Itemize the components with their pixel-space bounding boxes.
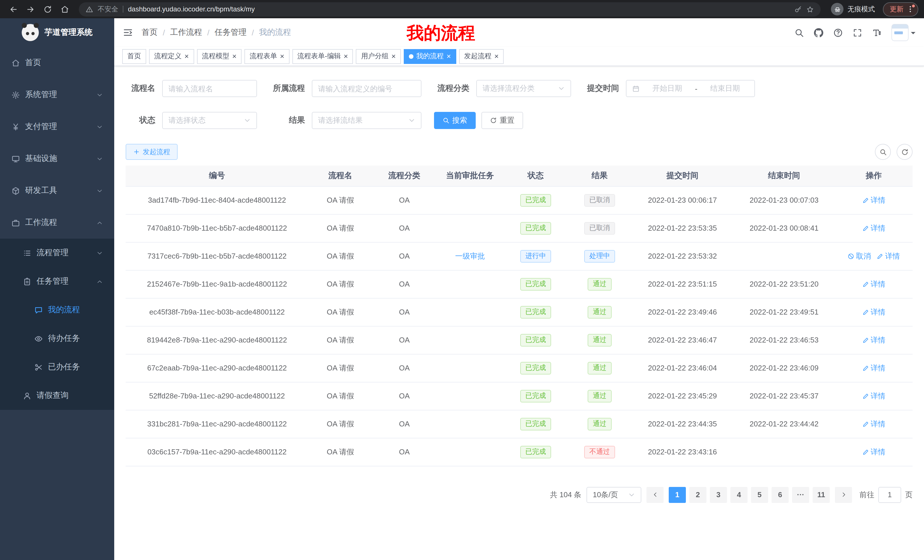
result-select[interactable]: 请选择流结果 xyxy=(312,112,422,129)
status-select[interactable]: 请选择状态 xyxy=(162,112,257,129)
table-row: 2152467e-7b9b-11ec-9a1b-acde48001122 OA … xyxy=(126,270,913,298)
page-button-11[interactable]: 11 xyxy=(813,487,830,503)
sidebar-item-0[interactable]: 首页 xyxy=(0,47,114,79)
detail-button[interactable]: 详情 xyxy=(862,223,885,233)
detail-button[interactable]: 详情 xyxy=(862,363,885,373)
breadcrumb-task-management[interactable]: 任务管理 xyxy=(215,27,247,38)
gear-icon xyxy=(11,90,20,99)
cell-process-name: OA 请假 xyxy=(308,354,372,382)
page-button-5[interactable]: 5 xyxy=(751,487,768,503)
browser-refresh-button[interactable] xyxy=(40,2,55,16)
create-process-button[interactable]: 发起流程 xyxy=(126,144,178,160)
browser-home-button[interactable] xyxy=(57,2,72,16)
next-page-button[interactable] xyxy=(835,487,852,503)
detail-button[interactable]: 详情 xyxy=(862,279,885,289)
page-size-select[interactable]: 10条/页 xyxy=(586,487,641,503)
search-button[interactable]: 搜索 xyxy=(434,112,476,129)
tab-item-5[interactable]: 用户分组 × xyxy=(356,49,401,64)
app-logo[interactable]: 芋道管理系统 xyxy=(0,18,114,47)
sidebar-item-3[interactable]: 基础设施 xyxy=(0,143,114,175)
incognito-badge[interactable]: 无痕模式 xyxy=(831,3,875,15)
sidebar-item-6[interactable]: 流程管理 xyxy=(0,239,114,267)
page-ellipsis[interactable]: ··· xyxy=(792,487,809,503)
filter-status: 状态 请选择状态 xyxy=(126,112,257,129)
tab-item-1[interactable]: 流程定义 × xyxy=(149,49,194,64)
close-icon[interactable]: × xyxy=(447,52,451,60)
current-task-link[interactable]: 一级审批 xyxy=(455,251,485,261)
close-icon[interactable]: × xyxy=(344,52,348,60)
close-icon[interactable]: × xyxy=(392,52,396,60)
close-icon[interactable]: × xyxy=(184,52,189,60)
page-button-2[interactable]: 2 xyxy=(689,487,706,503)
close-icon[interactable]: × xyxy=(232,52,236,60)
reset-button[interactable]: 重置 xyxy=(482,112,523,129)
detail-button[interactable]: 详情 xyxy=(862,447,885,457)
detail-button[interactable]: 详情 xyxy=(862,307,885,317)
tab-label: 发起流程 xyxy=(464,51,491,61)
sidebar-item-10[interactable]: 已办任务 xyxy=(0,353,114,381)
category-select[interactable]: 请选择流程分类 xyxy=(476,80,571,97)
breadcrumb-home[interactable]: 首页 xyxy=(142,27,158,38)
process-def-input[interactable] xyxy=(318,84,415,93)
detail-button[interactable]: 详情 xyxy=(862,419,885,429)
chevron-down-icon xyxy=(96,250,103,256)
tab-item-6[interactable]: 我的流程 × xyxy=(404,49,456,64)
tab-item-0[interactable]: 首页 xyxy=(122,49,146,64)
cell-id: 7317cec6-7b9b-11ec-b5b7-acde48001122 xyxy=(126,242,308,270)
tab-item-4[interactable]: 流程表单-编辑 × xyxy=(292,49,353,64)
address-bar[interactable]: 不安全 dashboard.yudao.iocoder.cn/bpm/task/… xyxy=(79,2,820,16)
close-icon[interactable]: × xyxy=(280,52,284,60)
page-button-1[interactable]: 1 xyxy=(669,487,686,503)
sidebar-toggle-icon[interactable] xyxy=(123,27,133,38)
detail-button[interactable]: 详情 xyxy=(862,195,885,205)
browser-forward-button[interactable] xyxy=(23,2,38,16)
sidebar-item-4[interactable]: 研发工具 xyxy=(0,175,114,207)
cancel-button[interactable]: 取消 xyxy=(848,251,871,261)
tab-item-3[interactable]: 流程表单 × xyxy=(244,49,289,64)
goto-page-input[interactable] xyxy=(878,487,901,503)
submit-time-range-picker[interactable]: 开始日期 - 结束日期 xyxy=(626,80,755,97)
status-label: 状态 xyxy=(126,115,155,126)
page-button-4[interactable]: 4 xyxy=(730,487,747,503)
refresh-table-button[interactable] xyxy=(897,144,913,160)
font-size-icon[interactable] xyxy=(872,28,882,37)
cell-category: OA xyxy=(372,186,436,214)
page-button-3[interactable]: 3 xyxy=(710,487,727,503)
bookmark-star-icon[interactable] xyxy=(806,5,814,13)
status-tag: 已完成 xyxy=(520,194,551,207)
search-icon[interactable] xyxy=(794,28,804,37)
sidebar-item-7[interactable]: 任务管理 xyxy=(0,267,114,296)
browser-update-button[interactable]: 更新 xyxy=(883,2,918,16)
prev-page-button[interactable] xyxy=(646,487,664,503)
detail-button[interactable]: 详情 xyxy=(862,335,885,345)
detail-button[interactable]: 详情 xyxy=(877,251,900,261)
sidebar-item-9[interactable]: 待办任务 xyxy=(0,324,114,353)
sidebar-item-8[interactable]: 我的流程 xyxy=(0,296,114,324)
sidebar-item-label: 首页 xyxy=(25,58,41,68)
cell-id: 819442e8-7b9a-11ec-a290-acde48001122 xyxy=(126,326,308,354)
tab-item-7[interactable]: 发起流程 × xyxy=(459,49,504,64)
user-avatar[interactable] xyxy=(891,24,915,41)
scissors-icon xyxy=(34,363,43,371)
password-key-icon[interactable] xyxy=(794,5,802,13)
breadcrumb-workflow[interactable]: 工作流程 xyxy=(170,27,202,38)
cell-actions: 详情 xyxy=(835,214,913,242)
sidebar-item-5[interactable]: 工作流程 xyxy=(0,207,114,239)
browser-menu-icon[interactable] xyxy=(906,5,914,13)
toggle-search-button[interactable] xyxy=(875,144,891,160)
eye-icon xyxy=(34,334,43,343)
fullscreen-icon[interactable] xyxy=(853,28,862,37)
process-name-input[interactable] xyxy=(168,84,251,93)
help-icon[interactable] xyxy=(833,28,843,37)
cell-status: 已完成 xyxy=(504,354,568,382)
sidebar-item-1[interactable]: 系统管理 xyxy=(0,79,114,111)
close-icon[interactable]: × xyxy=(494,52,498,60)
clipboard-icon xyxy=(23,277,32,286)
detail-button[interactable]: 详情 xyxy=(862,391,885,401)
browser-back-button[interactable] xyxy=(6,2,21,16)
page-button-6[interactable]: 6 xyxy=(771,487,789,503)
tab-item-2[interactable]: 流程模型 × xyxy=(197,49,242,64)
github-icon[interactable] xyxy=(814,28,824,37)
sidebar-item-11[interactable]: 请假查询 xyxy=(0,381,114,410)
sidebar-item-2[interactable]: 支付管理 xyxy=(0,111,114,143)
